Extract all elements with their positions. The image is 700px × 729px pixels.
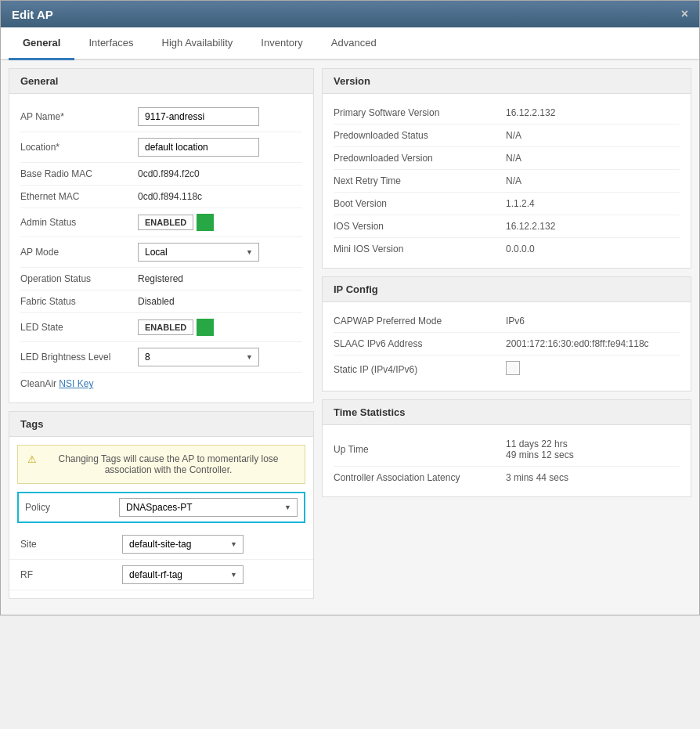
left-panel: General AP Name* Location* <box>9 68 314 607</box>
general-section-header: General <box>9 69 313 94</box>
version-section-header: Version <box>323 69 691 94</box>
location-input[interactable] <box>138 138 259 157</box>
policy-label: Policy <box>25 502 119 513</box>
ap-mode-select[interactable]: Local FlexConnect Monitor Sniffer <box>138 243 259 262</box>
capwap-mode-row: CAPWAP Preferred Mode IPv6 <box>334 310 680 333</box>
predownloaded-version-value: N/A <box>506 153 521 164</box>
controller-latency-row: Controller Association Latency 3 mins 44… <box>334 467 680 489</box>
admin-status-badge: ENABLED <box>138 214 214 231</box>
tags-body: Site default-site-tag RF default-rf-ta <box>9 529 313 598</box>
led-state-text: ENABLED <box>138 319 193 335</box>
right-panel: Version Primary Software Version 16.12.2… <box>322 68 691 607</box>
fabric-status-label: Fabric Status <box>20 296 138 307</box>
rf-select-wrap: default-rf-tag <box>122 565 244 584</box>
ethernet-mac-label: Ethernet MAC <box>20 191 138 202</box>
fabric-status-row: Fabric Status Disabled <box>20 291 302 313</box>
ap-mode-label: AP Mode <box>20 247 138 258</box>
next-retry-label: Next Retry Time <box>334 175 506 186</box>
led-brightness-label: LED Brightness Level <box>20 352 138 363</box>
cleanair-label: CleanAir NSI Key <box>20 378 138 389</box>
led-brightness-select-wrap: 8 1 2 3 4 5 6 7 <box>138 348 259 366</box>
primary-sw-row: Primary Software Version 16.12.2.132 <box>334 102 680 125</box>
mini-ios-version-label: Mini IOS Version <box>334 244 506 254</box>
tab-advanced[interactable]: Advanced <box>317 27 391 60</box>
operation-status-row: Operation Status Registered <box>20 268 302 291</box>
predownloaded-status-label: Predownloaded Status <box>334 130 506 141</box>
base-radio-mac-label: Base Radio MAC <box>20 168 138 179</box>
mini-ios-version-value: 0.0.0.0 <box>506 244 535 254</box>
rf-label: RF <box>20 569 122 580</box>
close-button[interactable]: × <box>681 7 688 21</box>
led-state-badge: ENABLED <box>138 319 214 336</box>
led-state-value: ENABLED <box>138 319 302 336</box>
general-section-body: AP Name* Location* Base Ra <box>9 94 313 402</box>
ip-config-body: CAPWAP Preferred Mode IPv6 SLAAC IPv6 Ad… <box>323 302 691 391</box>
controller-latency-value: 3 mins 44 secs <box>506 472 568 483</box>
led-brightness-select[interactable]: 8 1 2 3 4 5 6 7 <box>138 348 259 366</box>
led-brightness-value: 8 1 2 3 4 5 6 7 <box>138 348 302 366</box>
ip-config-header: IP Config <box>323 277 691 302</box>
ap-name-input[interactable] <box>138 107 259 126</box>
predownloaded-version-label: Predownloaded Version <box>334 153 506 164</box>
base-radio-mac-value: 0cd0.f894.f2c0 <box>138 168 302 179</box>
site-select[interactable]: default-site-tag <box>122 535 244 554</box>
static-ip-row: Static IP (IPv4/IPv6) <box>334 355 680 383</box>
admin-status-value: ENABLED <box>138 214 302 231</box>
next-retry-row: Next Retry Time N/A <box>334 170 680 193</box>
nsi-key-link[interactable]: NSI Key <box>59 378 93 389</box>
led-state-toggle[interactable] <box>197 319 214 336</box>
ap-mode-select-wrap: Local FlexConnect Monitor Sniffer <box>138 243 259 262</box>
ethernet-mac-value: 0cd0.f894.118c <box>138 191 302 202</box>
edit-ap-modal: Edit AP × General Interfaces High Availa… <box>0 0 700 615</box>
ethernet-mac-row: Ethernet MAC 0cd0.f894.118c <box>20 186 302 208</box>
capwap-mode-value: IPv6 <box>506 316 525 327</box>
ap-name-label: AP Name* <box>20 111 138 122</box>
location-value <box>138 138 302 157</box>
tab-bar: General Interfaces High Availability Inv… <box>1 27 699 60</box>
static-ip-checkbox[interactable] <box>506 361 520 375</box>
ap-name-row: AP Name* <box>20 102 302 132</box>
site-select-wrap: default-site-tag <box>122 535 244 554</box>
led-state-row: LED State ENABLED <box>20 313 302 342</box>
cleanair-nsi-row: CleanAir NSI Key <box>20 373 302 395</box>
ap-name-value <box>138 107 302 126</box>
time-stats-header: Time Statistics <box>323 400 691 425</box>
rf-select[interactable]: default-rf-tag <box>122 565 244 584</box>
tab-interfaces[interactable]: Interfaces <box>74 27 147 60</box>
capwap-mode-label: CAPWAP Preferred Mode <box>334 316 506 327</box>
uptime-label: Up Time <box>334 444 506 455</box>
next-retry-value: N/A <box>506 175 521 186</box>
tab-high-availability[interactable]: High Availability <box>148 27 247 60</box>
tab-inventory[interactable]: Inventory <box>247 27 316 60</box>
uptime-value: 11 days 22 hrs49 mins 12 secs <box>506 438 574 460</box>
rf-row: RF default-rf-tag <box>9 560 313 590</box>
primary-sw-label: Primary Software Version <box>334 107 506 118</box>
boot-version-row: Boot Version 1.1.2.4 <box>334 193 680 215</box>
uptime-row: Up Time 11 days 22 hrs49 mins 12 secs <box>334 433 680 467</box>
admin-status-text: ENABLED <box>138 215 193 230</box>
admin-status-toggle[interactable] <box>197 214 214 231</box>
ap-mode-row: AP Mode Local FlexConnect Monitor Sniffe… <box>20 237 302 268</box>
ios-version-label: IOS Version <box>334 221 506 232</box>
base-radio-mac-row: Base Radio MAC 0cd0.f894.f2c0 <box>20 163 302 186</box>
site-row: Site default-site-tag <box>9 529 313 560</box>
static-ip-value <box>506 361 520 377</box>
ios-version-row: IOS Version 16.12.2.132 <box>334 215 680 238</box>
slaac-label: SLAAC IPv6 Address <box>334 338 506 349</box>
general-section: General AP Name* Location* <box>9 68 314 403</box>
boot-version-label: Boot Version <box>334 198 506 209</box>
operation-status-value: Registered <box>138 273 302 284</box>
content-area: General AP Name* Location* <box>1 60 699 615</box>
ip-config-section: IP Config CAPWAP Preferred Mode IPv6 SLA… <box>322 276 691 392</box>
slaac-value: 2001:172:16:30:ed0:f8ff:fe94:118c <box>506 338 649 349</box>
static-ip-label: Static IP (IPv4/IPv6) <box>334 364 506 375</box>
operation-status-label: Operation Status <box>20 273 138 284</box>
tab-general[interactable]: General <box>9 27 74 60</box>
tags-alert-text: Changing Tags will cause the AP to momen… <box>41 453 295 475</box>
predownloaded-status-row: Predownloaded Status N/A <box>334 125 680 147</box>
policy-select[interactable]: DNASpaces-PT default-policy-tag <box>119 498 298 517</box>
tags-section-header: Tags <box>9 412 313 437</box>
time-stats-body: Up Time 11 days 22 hrs49 mins 12 secs Co… <box>323 425 691 496</box>
ios-version-value: 16.12.2.132 <box>506 221 555 232</box>
predownloaded-version-row: Predownloaded Version N/A <box>334 147 680 170</box>
